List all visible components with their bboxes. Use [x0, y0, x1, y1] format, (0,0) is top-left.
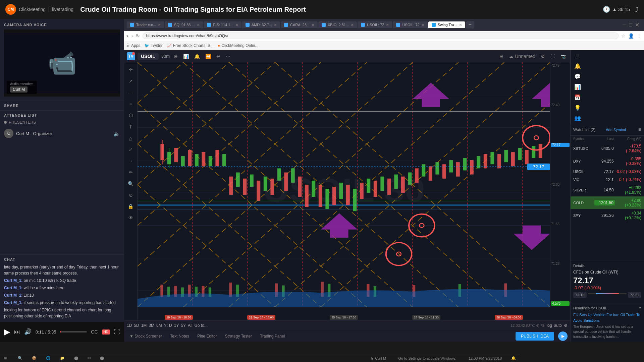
alerts-button[interactable]: 🔔: [193, 53, 201, 60]
bookmark-clickmeeting[interactable]: ● ClickMeeting Onlin...: [218, 43, 258, 48]
tab-cara[interactable]: CARA: 23... ✕: [281, 21, 318, 28]
address-bar[interactable]: [143, 33, 619, 39]
tf-all[interactable]: All: [188, 323, 192, 328]
cc-button[interactable]: CC: [91, 329, 98, 335]
watchlist-icon[interactable]: ≡: [576, 53, 579, 59]
tf-3m[interactable]: 3M: [149, 323, 154, 328]
fullscreen-button[interactable]: ⛶: [549, 53, 556, 60]
wl-row-dxy[interactable]: DXY 94.255 -0.355 (-0.38%): [571, 155, 644, 168]
taskbar-email[interactable]: ✉: [88, 356, 91, 360]
bookmark-star[interactable]: ☆: [621, 33, 626, 39]
publish-idea-button[interactable]: PUBLISH IDEA: [516, 332, 554, 341]
draw-horizontal-tool[interactable]: —: [126, 88, 136, 97]
taskbar-edge[interactable]: 🌐: [46, 356, 51, 360]
share-button[interactable]: ⤴: [635, 6, 639, 13]
tf-1d[interactable]: 1D: [127, 323, 132, 328]
taskbar-cm[interactable]: ⬤: [100, 356, 104, 360]
stock-screener-btn[interactable]: ▼ Stock Screener: [127, 333, 165, 340]
undo-button[interactable]: ↩: [215, 53, 222, 60]
tab-usoil-2[interactable]: USOIL: 72 ✕: [393, 21, 427, 28]
tf-1m[interactable]: 1M: [141, 323, 147, 328]
tab-trader-cur[interactable]: Trader cur... ✕: [127, 21, 164, 28]
taskbar-files[interactable]: 📁: [60, 356, 65, 360]
layout-button[interactable]: ⊞: [498, 53, 505, 60]
bookmark-twitter[interactable]: 🐦 Twitter: [144, 43, 162, 48]
list-view-icon[interactable]: ≡: [638, 127, 641, 133]
skip-button[interactable]: ⏭: [14, 328, 20, 336]
wl-row-xbtusd[interactable]: XBTUSD 6405.0 -173.5 (-2.64%): [571, 142, 644, 155]
tab-new[interactable]: +: [466, 21, 474, 28]
timeframe-display[interactable]: 30m: [161, 54, 170, 59]
wl-row-gold[interactable]: GOLD 1201.50 +2.80 (+0.23%): [571, 196, 644, 209]
arrow-tool[interactable]: →: [126, 156, 136, 166]
shape-tool[interactable]: △: [126, 133, 136, 143]
tab-amd[interactable]: AMD: 32.7... ✕: [242, 21, 280, 28]
tf-5d[interactable]: 5D: [134, 323, 139, 328]
people-icon[interactable]: 👥: [574, 115, 581, 121]
forward-button[interactable]: ›: [131, 33, 133, 39]
maximize-button[interactable]: □: [629, 22, 632, 28]
tab-swing[interactable]: Swing Tra... ✕: [428, 21, 465, 28]
progress-bar[interactable]: [60, 331, 87, 333]
wl-row-spy[interactable]: SPY 291.36 +0.34 (+0.12%): [571, 209, 644, 222]
menu-button[interactable]: ⋮: [637, 33, 641, 39]
tab-sq[interactable]: SQ: 91.83 ... ✕: [165, 21, 203, 28]
log-btn[interactable]: log: [547, 323, 552, 328]
draw-trend-tool[interactable]: ↗: [126, 76, 136, 86]
tab-close-8[interactable]: ✕: [422, 23, 424, 27]
brush-tool[interactable]: ✏: [126, 168, 136, 177]
account-button[interactable]: 👤: [628, 33, 634, 39]
play-button[interactable]: ▶: [4, 327, 10, 337]
auto-btn[interactable]: auto: [554, 323, 562, 328]
data-icon[interactable]: 📊: [574, 84, 581, 90]
volume-button[interactable]: 🔊: [24, 328, 32, 336]
ideas-icon[interactable]: 💡: [574, 105, 581, 111]
zoom-tool[interactable]: 🔍: [126, 179, 136, 188]
tf-goto[interactable]: Go to...: [194, 323, 207, 328]
minimize-button[interactable]: ─: [623, 22, 626, 28]
magnet-tool[interactable]: ⊙: [126, 190, 136, 200]
settings-button[interactable]: ⚙: [539, 53, 546, 60]
chat-icon[interactable]: 💬: [574, 73, 581, 80]
taskbar-chrome[interactable]: ⬤: [74, 356, 78, 360]
indicators-button[interactable]: 📊: [182, 53, 190, 60]
headline-link[interactable]: EU Sets Up Vehicle For Iran Oil Trade To…: [573, 312, 641, 323]
tab-usoil-1[interactable]: USOIL: 72 ✕: [358, 21, 392, 28]
hd-badge[interactable]: HD: [102, 329, 110, 335]
tab-close-2[interactable]: ✕: [197, 23, 200, 27]
alerts-icon[interactable]: 🔔: [574, 63, 581, 69]
replay-button[interactable]: ⏪: [204, 53, 212, 60]
tab-dis[interactable]: DIS: 114.1... ✕: [204, 21, 241, 28]
wl-row-usoil[interactable]: USOIL 72.17 -0.02 (-0.03%): [571, 168, 644, 176]
calendar-icon[interactable]: 📅: [574, 94, 581, 101]
crosshair-tool[interactable]: ✛: [126, 65, 136, 74]
tab-close-6[interactable]: ✕: [351, 23, 354, 27]
add-symbol-button[interactable]: Add Symbol: [606, 128, 626, 132]
lock-tool[interactable]: 🔒: [126, 202, 136, 211]
close-button[interactable]: ✕: [635, 22, 639, 28]
reload-button[interactable]: ↻: [136, 33, 140, 39]
notification-area[interactable]: 🔔: [511, 356, 516, 360]
more-tools-button[interactable]: ⋯: [224, 53, 232, 60]
wl-row-silver[interactable]: SILVER 14.50 +0.263 (+1.85%): [571, 184, 644, 196]
measure-tool[interactable]: ⤢: [126, 145, 136, 154]
tf-ytd[interactable]: YTD: [164, 323, 172, 328]
tab-close-3[interactable]: ✕: [235, 23, 238, 27]
symbol-display[interactable]: USOIL: [138, 53, 159, 60]
expand-button[interactable]: ⛶: [114, 328, 120, 336]
tf-1y[interactable]: 1Y: [174, 323, 179, 328]
screenshot-button[interactable]: 📷: [559, 53, 568, 60]
pine-editor-btn[interactable]: Pine Editor: [195, 333, 220, 340]
tab-xbio[interactable]: XBIO: 2.81... ✕: [318, 21, 357, 28]
trading-panel-btn[interactable]: Trading Panel: [257, 333, 287, 340]
tab-close-5[interactable]: ✕: [312, 23, 314, 27]
bookmark-apps[interactable]: ⠿ Apps: [127, 43, 140, 48]
tab-close-7[interactable]: ✕: [386, 23, 389, 27]
taskbar-start[interactable]: ⊞: [4, 356, 7, 360]
cloud-save-button[interactable]: ☁ Unnamed: [507, 53, 537, 60]
compare-button[interactable]: ⊕: [172, 53, 179, 60]
eye-tool[interactable]: 👁: [126, 213, 136, 223]
strategy-tester-btn[interactable]: Strategy Tester: [222, 333, 255, 340]
tab-close-9[interactable]: ✕: [459, 23, 462, 27]
bookmark-free-charts[interactable]: 📈 Free Stock Charts, S...: [167, 43, 214, 48]
